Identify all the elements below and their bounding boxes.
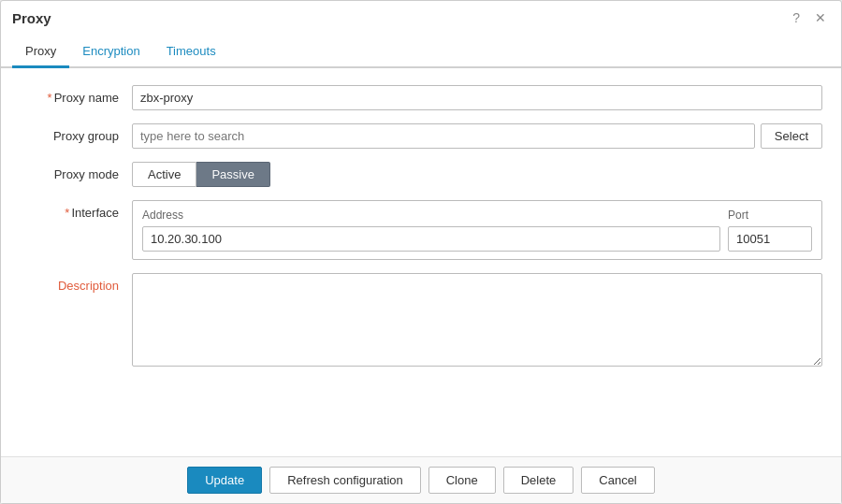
proxy-group-control: Select — [132, 123, 822, 149]
interface-control: Address Port — [132, 200, 822, 260]
tab-timeouts[interactable]: Timeouts — [153, 36, 229, 68]
interface-port-label: Port — [728, 209, 812, 222]
proxy-group-select-button[interactable]: Select — [761, 123, 822, 149]
tab-encryption[interactable]: Encryption — [69, 36, 152, 68]
form-body: *Proxy name Proxy group Select Proxy mod… — [1, 68, 841, 456]
proxy-name-input[interactable] — [132, 85, 822, 110]
interface-box: Address Port — [132, 200, 822, 260]
proxy-name-label: *Proxy name — [20, 85, 132, 105]
proxy-mode-toggle: Active Passive — [132, 162, 822, 187]
dialog-footer: Update Refresh configuration Clone Delet… — [1, 456, 841, 503]
description-textarea[interactable] — [132, 273, 822, 367]
proxy-mode-row: Proxy mode Active Passive — [20, 162, 822, 187]
proxy-name-control — [132, 85, 822, 110]
dialog-header-actions: ? ✕ — [789, 8, 830, 27]
required-asterisk: * — [48, 91, 52, 105]
interface-address-label: Address — [142, 209, 720, 222]
proxy-mode-active-button[interactable]: Active — [132, 162, 196, 187]
description-row: Description — [20, 273, 822, 369]
interface-address-input[interactable] — [142, 226, 720, 252]
proxy-group-label: Proxy group — [20, 123, 132, 143]
description-control — [132, 273, 822, 369]
interface-inputs — [142, 226, 812, 252]
help-button[interactable]: ? — [789, 8, 804, 27]
refresh-configuration-button[interactable]: Refresh configuration — [269, 467, 421, 494]
proxy-dialog: Proxy ? ✕ Proxy Encryption Timeouts *Pro… — [0, 0, 842, 504]
update-button[interactable]: Update — [187, 467, 262, 494]
tab-proxy[interactable]: Proxy — [12, 36, 69, 68]
interface-required-asterisk: * — [65, 206, 69, 220]
proxy-mode-control: Active Passive — [132, 162, 822, 187]
dialog-title: Proxy — [12, 10, 51, 26]
proxy-name-row: *Proxy name — [20, 85, 822, 110]
dialog-header: Proxy ? ✕ — [1, 1, 841, 33]
proxy-mode-passive-button[interactable]: Passive — [196, 162, 270, 187]
proxy-group-row: Proxy group Select — [20, 123, 822, 149]
proxy-mode-label: Proxy mode — [20, 162, 132, 181]
interface-port-input[interactable] — [728, 226, 812, 252]
clone-button[interactable]: Clone — [428, 467, 496, 494]
proxy-group-input[interactable] — [132, 123, 755, 149]
tab-bar: Proxy Encryption Timeouts — [1, 36, 841, 68]
description-label: Description — [20, 273, 132, 293]
delete-button[interactable]: Delete — [503, 467, 574, 494]
cancel-button[interactable]: Cancel — [581, 467, 654, 494]
interface-row: *Interface Address Port — [20, 200, 822, 260]
interface-label: *Interface — [20, 200, 132, 220]
interface-labels: Address Port — [142, 209, 812, 222]
close-button[interactable]: ✕ — [811, 8, 830, 27]
